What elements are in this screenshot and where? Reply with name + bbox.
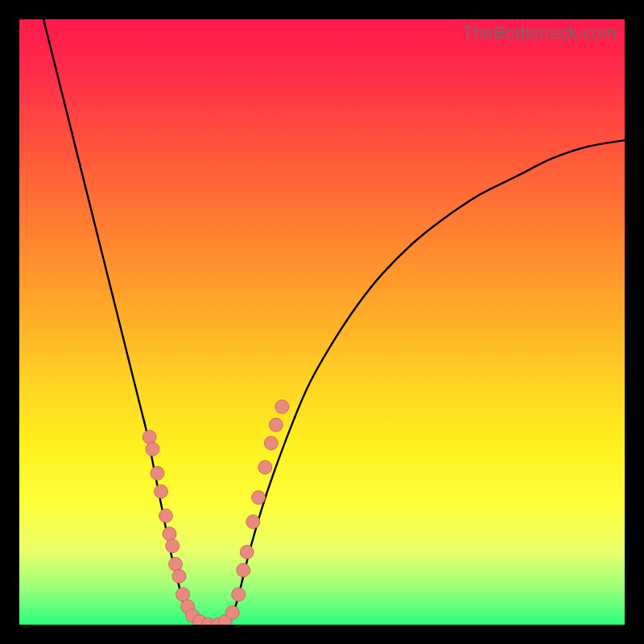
bottleneck-curve-plot	[19, 19, 625, 625]
data-marker	[176, 588, 190, 601]
data-marker	[146, 442, 159, 456]
data-marker	[154, 485, 167, 498]
data-marker	[169, 557, 183, 571]
marker-group	[142, 400, 289, 625]
data-marker	[237, 564, 250, 577]
data-marker	[163, 527, 176, 541]
data-marker	[264, 436, 278, 450]
data-marker	[258, 460, 272, 474]
data-marker	[225, 605, 239, 619]
curve-right-branch	[231, 140, 625, 618]
data-marker	[275, 400, 289, 414]
data-marker	[172, 569, 186, 583]
data-marker	[159, 509, 172, 522]
data-marker	[142, 430, 156, 444]
data-marker	[269, 418, 283, 431]
data-marker	[246, 515, 260, 529]
chart-area: TheBottleneck.com	[19, 19, 625, 625]
data-marker	[232, 588, 246, 601]
data-marker	[151, 467, 164, 481]
data-marker	[252, 491, 266, 505]
curve-group	[43, 19, 625, 625]
data-marker	[166, 539, 180, 553]
data-marker	[240, 545, 254, 559]
